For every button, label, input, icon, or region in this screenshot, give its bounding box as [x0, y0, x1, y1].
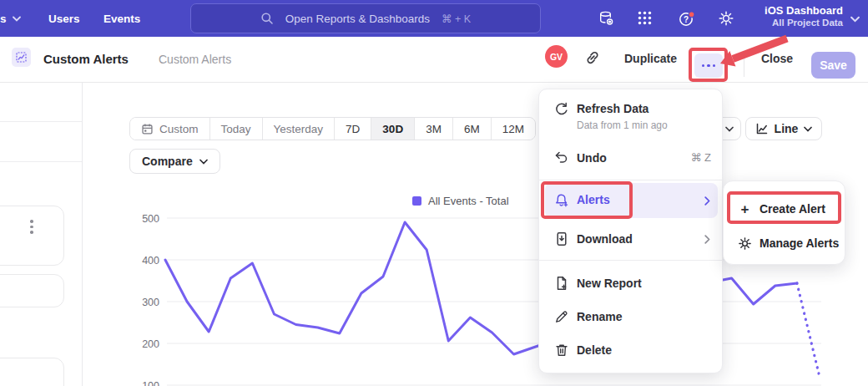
date-range-control: Custom Today Yesterday 7D 30D 3M 6M 12M	[129, 117, 536, 140]
avatar[interactable]: GV	[545, 45, 568, 68]
legend-swatch	[412, 196, 421, 206]
data-management-icon[interactable]	[598, 10, 614, 27]
header-divider	[744, 54, 744, 77]
more-options-menu: Refresh Data Data from 1 min ago Undo ⌘ …	[538, 89, 723, 373]
legend-label: All Events - Total	[428, 195, 509, 207]
range-3m[interactable]: 3M	[415, 118, 453, 140]
save-button[interactable]: Save	[811, 52, 855, 79]
range-6m[interactable]: 6M	[453, 118, 492, 140]
svg-text:?: ?	[684, 15, 689, 24]
search-icon	[260, 12, 274, 25]
shortcut-label: ⌘ Z	[690, 151, 711, 164]
menu-item-rename[interactable]: Rename	[539, 300, 724, 333]
project-name: iOS Dashboard	[765, 4, 843, 17]
search-placeholder: Open Reports & Dashboards	[285, 13, 430, 25]
svg-text:500: 500	[142, 213, 159, 225]
help-icon[interactable]: ?	[678, 10, 694, 27]
line-chart-icon	[755, 122, 769, 135]
top-nav: s Users Events Open Reports & Dashboards…	[0, 0, 868, 37]
svg-text:100: 100	[142, 380, 159, 386]
chevron-down-icon	[13, 16, 21, 22]
project-scope: All Project Data	[765, 18, 843, 28]
page-title: Custom Alerts	[43, 52, 129, 66]
menu-item-new-report[interactable]: New Report	[539, 267, 724, 300]
report-type-icon[interactable]	[12, 48, 31, 67]
search-input[interactable]: Open Reports & Dashboards ⌘ + K	[190, 3, 541, 33]
range-yesterday[interactable]: Yesterday	[263, 118, 336, 140]
settings-gear-icon[interactable]	[718, 10, 734, 27]
svg-text:200: 200	[142, 338, 159, 350]
submenu-item-create-alert[interactable]: + Create Alert	[724, 194, 846, 224]
report-header: Custom Alerts Custom Alerts GV Duplicate…	[0, 37, 868, 83]
menu-highlight	[545, 183, 718, 218]
undo-icon	[554, 150, 569, 165]
alerts-submenu: + Create Alert Manage Alerts	[723, 180, 845, 265]
range-7d[interactable]: 7D	[335, 118, 371, 140]
project-switcher[interactable]: iOS Dashboard All Project Data	[765, 4, 843, 28]
legend-item[interactable]: All Events - Total	[412, 195, 509, 207]
chart-type-button[interactable]: Line	[745, 117, 822, 140]
chevron-right-icon	[704, 235, 710, 244]
menu-item-download[interactable]: Download	[539, 221, 724, 256]
apps-grid-icon[interactable]	[637, 10, 654, 27]
chevron-down-icon	[199, 159, 208, 165]
trash-icon	[554, 343, 569, 358]
range-12m[interactable]: 12M	[492, 118, 535, 140]
range-30d[interactable]: 30D	[371, 118, 415, 140]
chevron-down-icon	[725, 126, 734, 132]
gear-icon	[738, 236, 752, 251]
duplicate-button[interactable]: Duplicate	[624, 52, 677, 65]
refresh-icon	[554, 102, 569, 117]
nav-boards-partial[interactable]: s	[0, 0, 21, 37]
download-icon	[554, 231, 569, 246]
submenu-item-manage-alerts[interactable]: Manage Alerts	[724, 228, 846, 258]
app-window: 500400300200100 All Events - Total Custo…	[0, 0, 868, 386]
menu-item-delete[interactable]: Delete	[539, 333, 724, 367]
new-report-icon	[554, 276, 569, 291]
chevron-down-icon	[804, 126, 812, 132]
menu-item-undo[interactable]: Undo ⌘ Z	[539, 141, 724, 175]
chevron-down-icon	[850, 16, 860, 23]
compare-button[interactable]: Compare	[129, 149, 220, 174]
chevron-right-icon	[704, 196, 710, 206]
menu-divider	[539, 180, 724, 180]
calendar-icon	[141, 123, 154, 135]
page-subtitle: Custom Alerts	[159, 53, 231, 66]
nav-item-users[interactable]: Users	[48, 0, 80, 37]
more-options-button[interactable]	[694, 53, 723, 78]
menu-item-alerts[interactable]: Alerts	[539, 183, 724, 218]
search-shortcut: ⌘ + K	[442, 13, 471, 25]
svg-text:300: 300	[142, 297, 159, 308]
pencil-icon	[554, 309, 569, 324]
menu-item-refresh-data[interactable]: Refresh Data Data from 1 min ago	[539, 94, 724, 138]
range-custom[interactable]: Custom	[130, 118, 210, 140]
plus-icon: +	[738, 202, 752, 216]
range-today[interactable]: Today	[210, 118, 263, 140]
svg-text:400: 400	[142, 255, 159, 267]
nav-item-events[interactable]: Events	[103, 0, 140, 37]
share-link-icon[interactable]	[584, 49, 601, 66]
bell-plus-icon	[554, 193, 569, 208]
close-button[interactable]: Close	[761, 52, 793, 65]
menu-divider	[539, 260, 724, 261]
